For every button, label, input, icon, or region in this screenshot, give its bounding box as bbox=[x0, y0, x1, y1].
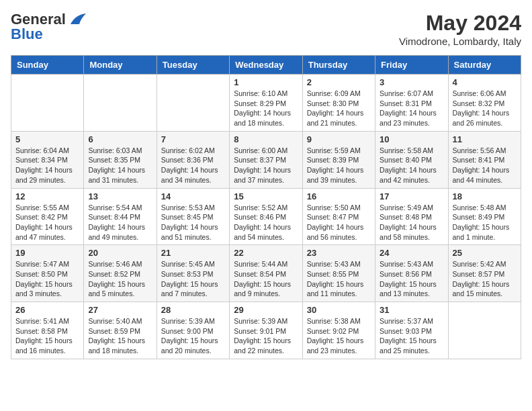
calendar-cell: 27Sunrise: 5:40 AM Sunset: 8:59 PM Dayli… bbox=[84, 302, 157, 359]
calendar-cell: 17Sunrise: 5:49 AM Sunset: 8:48 PM Dayli… bbox=[375, 188, 448, 245]
cell-day-number: 20 bbox=[88, 248, 152, 258]
cell-day-number: 24 bbox=[380, 248, 443, 258]
cell-info-text: Sunrise: 5:48 AM Sunset: 8:49 PM Dayligh… bbox=[453, 203, 517, 242]
cell-info-text: Sunrise: 6:03 AM Sunset: 8:35 PM Dayligh… bbox=[88, 146, 152, 185]
calendar-cell: 23Sunrise: 5:43 AM Sunset: 8:55 PM Dayli… bbox=[302, 245, 375, 302]
cell-day-number: 26 bbox=[15, 305, 79, 315]
cell-info-text: Sunrise: 5:59 AM Sunset: 8:39 PM Dayligh… bbox=[307, 146, 371, 185]
calendar-cell: 18Sunrise: 5:48 AM Sunset: 8:49 PM Dayli… bbox=[448, 188, 521, 245]
cell-info-text: Sunrise: 6:02 AM Sunset: 8:36 PM Dayligh… bbox=[161, 146, 225, 185]
cell-day-number: 2 bbox=[307, 77, 371, 87]
cell-day-number: 30 bbox=[307, 305, 371, 315]
calendar-body: 1Sunrise: 6:10 AM Sunset: 8:29 PM Daylig… bbox=[11, 75, 521, 359]
calendar-week-5: 26Sunrise: 5:41 AM Sunset: 8:58 PM Dayli… bbox=[11, 302, 521, 359]
location-subtitle: Vimodrone, Lombardy, Italy bbox=[399, 36, 521, 47]
cell-info-text: Sunrise: 5:40 AM Sunset: 8:59 PM Dayligh… bbox=[88, 316, 152, 356]
cell-day-number: 8 bbox=[234, 134, 298, 144]
calendar-cell bbox=[84, 75, 157, 132]
calendar-week-1: 1Sunrise: 6:10 AM Sunset: 8:29 PM Daylig… bbox=[11, 75, 521, 132]
cell-info-text: Sunrise: 5:58 AM Sunset: 8:40 PM Dayligh… bbox=[380, 146, 443, 185]
cell-info-text: Sunrise: 5:50 AM Sunset: 8:47 PM Dayligh… bbox=[307, 203, 371, 242]
calendar-header-row: SundayMondayTuesdayWednesdayThursdayFrid… bbox=[11, 56, 521, 75]
calendar-cell: 7Sunrise: 6:02 AM Sunset: 8:36 PM Daylig… bbox=[157, 131, 229, 188]
cell-day-number: 19 bbox=[15, 248, 79, 258]
month-year-title: May 2024 bbox=[399, 11, 521, 36]
calendar-cell: 22Sunrise: 5:44 AM Sunset: 8:54 PM Dayli… bbox=[230, 245, 302, 302]
calendar-cell: 16Sunrise: 5:50 AM Sunset: 8:47 PM Dayli… bbox=[302, 188, 375, 245]
cell-day-number: 14 bbox=[161, 191, 225, 201]
cell-info-text: Sunrise: 6:00 AM Sunset: 8:37 PM Dayligh… bbox=[234, 146, 298, 185]
weekday-header-wednesday: Wednesday bbox=[230, 56, 302, 75]
cell-day-number: 15 bbox=[234, 191, 298, 201]
cell-day-number: 22 bbox=[234, 248, 298, 258]
calendar-cell: 8Sunrise: 6:00 AM Sunset: 8:37 PM Daylig… bbox=[230, 131, 302, 188]
cell-info-text: Sunrise: 5:46 AM Sunset: 8:52 PM Dayligh… bbox=[88, 259, 152, 299]
cell-info-text: Sunrise: 5:53 AM Sunset: 8:45 PM Dayligh… bbox=[161, 203, 225, 242]
cell-info-text: Sunrise: 5:44 AM Sunset: 8:54 PM Dayligh… bbox=[234, 259, 298, 299]
calendar-cell: 9Sunrise: 5:59 AM Sunset: 8:39 PM Daylig… bbox=[302, 131, 375, 188]
cell-day-number: 1 bbox=[234, 77, 298, 87]
calendar-cell bbox=[11, 75, 84, 132]
cell-day-number: 11 bbox=[453, 134, 517, 144]
cell-day-number: 6 bbox=[88, 134, 152, 144]
calendar-cell: 29Sunrise: 5:39 AM Sunset: 9:01 PM Dayli… bbox=[230, 302, 302, 359]
cell-info-text: Sunrise: 5:45 AM Sunset: 8:53 PM Dayligh… bbox=[161, 259, 225, 299]
calendar-cell: 1Sunrise: 6:10 AM Sunset: 8:29 PM Daylig… bbox=[230, 75, 302, 132]
cell-info-text: Sunrise: 5:41 AM Sunset: 8:58 PM Dayligh… bbox=[15, 316, 79, 356]
cell-info-text: Sunrise: 5:55 AM Sunset: 8:42 PM Dayligh… bbox=[15, 203, 79, 242]
cell-info-text: Sunrise: 5:43 AM Sunset: 8:55 PM Dayligh… bbox=[307, 259, 371, 299]
cell-info-text: Sunrise: 6:06 AM Sunset: 8:32 PM Dayligh… bbox=[453, 89, 517, 128]
cell-info-text: Sunrise: 6:04 AM Sunset: 8:34 PM Dayligh… bbox=[15, 146, 79, 185]
cell-info-text: Sunrise: 6:09 AM Sunset: 8:30 PM Dayligh… bbox=[307, 89, 371, 128]
cell-day-number: 18 bbox=[453, 191, 517, 201]
cell-day-number: 16 bbox=[307, 191, 371, 201]
calendar-cell: 14Sunrise: 5:53 AM Sunset: 8:45 PM Dayli… bbox=[157, 188, 229, 245]
calendar-cell: 25Sunrise: 5:42 AM Sunset: 8:57 PM Dayli… bbox=[448, 245, 521, 302]
calendar-cell: 30Sunrise: 5:38 AM Sunset: 9:02 PM Dayli… bbox=[302, 302, 375, 359]
calendar-week-4: 19Sunrise: 5:47 AM Sunset: 8:50 PM Dayli… bbox=[11, 245, 521, 302]
calendar-cell: 10Sunrise: 5:58 AM Sunset: 8:40 PM Dayli… bbox=[375, 131, 448, 188]
cell-day-number: 29 bbox=[234, 305, 298, 315]
cell-day-number: 21 bbox=[161, 248, 225, 258]
calendar-cell: 5Sunrise: 6:04 AM Sunset: 8:34 PM Daylig… bbox=[11, 131, 84, 188]
calendar-cell: 15Sunrise: 5:52 AM Sunset: 8:46 PM Dayli… bbox=[230, 188, 302, 245]
calendar-cell: 19Sunrise: 5:47 AM Sunset: 8:50 PM Dayli… bbox=[11, 245, 84, 302]
cell-day-number: 25 bbox=[453, 248, 517, 258]
cell-day-number: 28 bbox=[161, 305, 225, 315]
calendar-week-3: 12Sunrise: 5:55 AM Sunset: 8:42 PM Dayli… bbox=[11, 188, 521, 245]
calendar-cell: 11Sunrise: 5:56 AM Sunset: 8:41 PM Dayli… bbox=[448, 131, 521, 188]
calendar-cell: 12Sunrise: 5:55 AM Sunset: 8:42 PM Dayli… bbox=[11, 188, 84, 245]
cell-info-text: Sunrise: 5:49 AM Sunset: 8:48 PM Dayligh… bbox=[380, 203, 443, 242]
cell-day-number: 17 bbox=[380, 191, 443, 201]
cell-day-number: 7 bbox=[161, 134, 225, 144]
cell-info-text: Sunrise: 5:54 AM Sunset: 8:44 PM Dayligh… bbox=[88, 203, 152, 242]
cell-info-text: Sunrise: 5:39 AM Sunset: 9:01 PM Dayligh… bbox=[234, 316, 298, 356]
cell-day-number: 9 bbox=[307, 134, 371, 144]
calendar-cell: 3Sunrise: 6:07 AM Sunset: 8:31 PM Daylig… bbox=[375, 75, 448, 132]
cell-info-text: Sunrise: 5:52 AM Sunset: 8:46 PM Dayligh… bbox=[234, 203, 298, 242]
cell-info-text: Sunrise: 6:10 AM Sunset: 8:29 PM Dayligh… bbox=[234, 89, 298, 128]
calendar-cell: 2Sunrise: 6:09 AM Sunset: 8:30 PM Daylig… bbox=[302, 75, 375, 132]
cell-day-number: 4 bbox=[453, 77, 517, 87]
calendar-table: SundayMondayTuesdayWednesdayThursdayFrid… bbox=[11, 55, 521, 359]
calendar-cell: 24Sunrise: 5:43 AM Sunset: 8:56 PM Dayli… bbox=[375, 245, 448, 302]
cell-day-number: 27 bbox=[88, 305, 152, 315]
logo-bird-icon bbox=[67, 12, 87, 27]
logo: General Blue bbox=[11, 11, 87, 43]
weekday-header-saturday: Saturday bbox=[448, 56, 521, 75]
calendar-cell: 31Sunrise: 5:37 AM Sunset: 9:03 PM Dayli… bbox=[375, 302, 448, 359]
cell-day-number: 10 bbox=[380, 134, 443, 144]
calendar-cell: 28Sunrise: 5:39 AM Sunset: 9:00 PM Dayli… bbox=[157, 302, 229, 359]
cell-info-text: Sunrise: 6:07 AM Sunset: 8:31 PM Dayligh… bbox=[380, 89, 443, 128]
weekday-header-thursday: Thursday bbox=[302, 56, 375, 75]
calendar-cell bbox=[157, 75, 229, 132]
weekday-header-friday: Friday bbox=[375, 56, 448, 75]
weekday-header-monday: Monday bbox=[84, 56, 157, 75]
calendar-cell: 6Sunrise: 6:03 AM Sunset: 8:35 PM Daylig… bbox=[84, 131, 157, 188]
logo-text-blue: Blue bbox=[11, 26, 43, 43]
cell-day-number: 31 bbox=[380, 305, 443, 315]
calendar-cell: 13Sunrise: 5:54 AM Sunset: 8:44 PM Dayli… bbox=[84, 188, 157, 245]
calendar-cell: 4Sunrise: 6:06 AM Sunset: 8:32 PM Daylig… bbox=[448, 75, 521, 132]
cell-info-text: Sunrise: 5:47 AM Sunset: 8:50 PM Dayligh… bbox=[15, 259, 79, 299]
calendar-cell bbox=[448, 302, 521, 359]
